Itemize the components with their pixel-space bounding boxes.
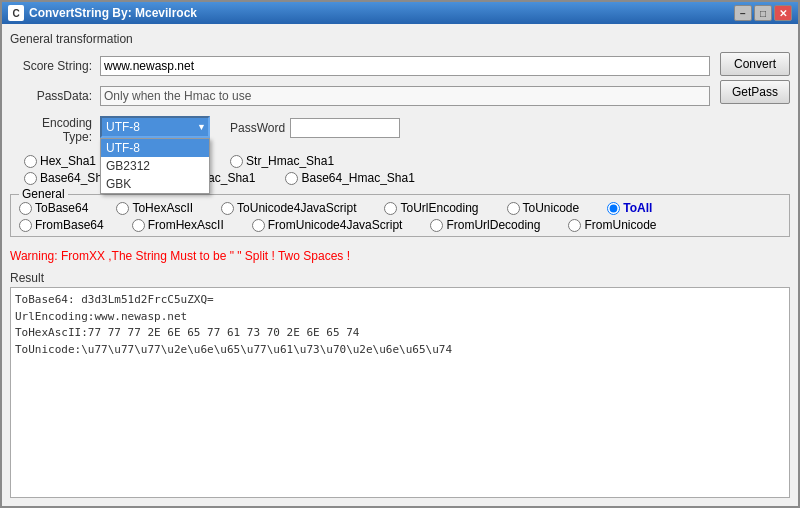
fromunicode-radio[interactable] bbox=[568, 219, 581, 232]
tohexascii-label: ToHexAscII bbox=[132, 201, 193, 215]
tobase64-label: ToBase64 bbox=[35, 201, 88, 215]
title-bar: C ConvertString By: Mcevilrock − □ ✕ bbox=[2, 2, 798, 24]
base64-sha1-radio[interactable] bbox=[24, 172, 37, 185]
radio-fromunicode4js: FromUnicode4JavaScript bbox=[252, 218, 403, 232]
radio-fromhexascii: FromHexAscII bbox=[132, 218, 224, 232]
radio-tourlencode: ToUrlEncoding bbox=[384, 201, 478, 215]
str-hmac-sha1-radio[interactable] bbox=[230, 155, 243, 168]
general-transformation-label: General transformation bbox=[10, 32, 790, 46]
tounicode-radio[interactable] bbox=[507, 202, 520, 215]
pass-data-row: PassData: bbox=[10, 86, 790, 106]
encoding-dropdown-menu: UTF-8 GB2312 GBK bbox=[100, 138, 210, 194]
radio-tounicode4js: ToUnicode4JavaScript bbox=[221, 201, 356, 215]
tobase64-radio[interactable] bbox=[19, 202, 32, 215]
warning-text: Warning: FromXX ,The String Must to be "… bbox=[10, 247, 790, 265]
encoding-selected-value: UTF-8 bbox=[106, 120, 140, 134]
tohexascii-radio[interactable] bbox=[116, 202, 129, 215]
result-section: Result ToBase64: d3d3Lm51d2FrcC5uZXQ= Ur… bbox=[10, 271, 790, 498]
radio-frombase64: FromBase64 bbox=[19, 218, 104, 232]
result-content: ToBase64: d3d3Lm51d2FrcC5uZXQ= UrlEncodi… bbox=[15, 292, 785, 475]
frombase64-radio[interactable] bbox=[19, 219, 32, 232]
radio-tounicode: ToUnicode bbox=[507, 201, 580, 215]
title-buttons: − □ ✕ bbox=[734, 5, 792, 21]
getpass-button[interactable]: GetPass bbox=[720, 80, 790, 104]
minimize-button[interactable]: − bbox=[734, 5, 752, 21]
fromurldecoding-radio[interactable] bbox=[430, 219, 443, 232]
radio-toall: ToAll bbox=[607, 201, 652, 215]
app-icon: C bbox=[8, 5, 24, 21]
tounicode4js-label: ToUnicode4JavaScript bbox=[237, 201, 356, 215]
str-hmac-sha1-label: Str_Hmac_Sha1 bbox=[246, 154, 334, 168]
password-label: PassWord bbox=[230, 121, 285, 135]
window-body: General transformation Score String: Pas… bbox=[2, 24, 798, 506]
encoding-type-label: Encoding Type: bbox=[10, 116, 100, 144]
fromunicode-label: FromUnicode bbox=[584, 218, 656, 232]
tourlencode-label: ToUrlEncoding bbox=[400, 201, 478, 215]
fromhexascii-label: FromHexAscII bbox=[148, 218, 224, 232]
dropdown-arrow-icon: ▼ bbox=[197, 122, 206, 132]
result-box: ToBase64: d3d3Lm51d2FrcC5uZXQ= UrlEncodi… bbox=[10, 287, 790, 498]
convert-button[interactable]: Convert bbox=[720, 52, 790, 76]
base64-hmac-sha1-label: Base64_Hmac_Sha1 bbox=[301, 171, 414, 185]
fromunicode4js-radio[interactable] bbox=[252, 219, 265, 232]
toall-radio[interactable] bbox=[607, 202, 620, 215]
frombase64-label: FromBase64 bbox=[35, 218, 104, 232]
radio-tobase64: ToBase64 bbox=[19, 201, 88, 215]
general-row-1: ToBase64 ToHexAscII ToUnicode4JavaScript… bbox=[19, 201, 781, 215]
score-string-input[interactable] bbox=[100, 56, 710, 76]
window-title: ConvertString By: Mcevilrock bbox=[29, 6, 197, 20]
radio-str-hmac-sha1: Str_Hmac_Sha1 bbox=[230, 154, 334, 168]
result-label: Result bbox=[10, 271, 790, 285]
general-row-2: FromBase64 FromHexAscII FromUnicode4Java… bbox=[19, 218, 781, 232]
score-string-label: Score String: bbox=[10, 59, 100, 73]
fromhexascii-radio[interactable] bbox=[132, 219, 145, 232]
hex-sha1-label: Hex_Sha1 bbox=[40, 154, 96, 168]
radio-base64-hmac-sha1: Base64_Hmac_Sha1 bbox=[285, 171, 414, 185]
hex-sha1-radio[interactable] bbox=[24, 155, 37, 168]
tounicode4js-radio[interactable] bbox=[221, 202, 234, 215]
tourlencode-radio[interactable] bbox=[384, 202, 397, 215]
fromurldecoding-label: FromUrlDecoding bbox=[446, 218, 540, 232]
general-group-box: General ToBase64 ToHexAscII ToUnicode4Ja… bbox=[10, 194, 790, 237]
encoding-type-dropdown[interactable]: UTF-8 ▼ UTF-8 GB2312 GBK bbox=[100, 116, 210, 138]
encoding-option-gbk[interactable]: GBK bbox=[101, 175, 209, 193]
fromunicode4js-label: FromUnicode4JavaScript bbox=[268, 218, 403, 232]
main-window: C ConvertString By: Mcevilrock − □ ✕ Gen… bbox=[0, 0, 800, 508]
title-bar-left: C ConvertString By: Mcevilrock bbox=[8, 5, 197, 21]
radio-hex-sha1: Hex_Sha1 bbox=[24, 154, 96, 168]
score-string-row: Score String: bbox=[10, 56, 790, 76]
radio-fromunicode: FromUnicode bbox=[568, 218, 656, 232]
toall-label: ToAll bbox=[623, 201, 652, 215]
base64-hmac-sha1-radio[interactable] bbox=[285, 172, 298, 185]
tounicode-label: ToUnicode bbox=[523, 201, 580, 215]
pass-data-input[interactable] bbox=[100, 86, 710, 106]
pass-data-label: PassData: bbox=[10, 89, 100, 103]
button-panel: Convert GetPass bbox=[720, 52, 790, 104]
radio-tohexascii: ToHexAscII bbox=[116, 201, 193, 215]
general-group-label: General bbox=[19, 187, 68, 201]
encoding-option-utf8[interactable]: UTF-8 bbox=[101, 139, 209, 157]
maximize-button[interactable]: □ bbox=[754, 5, 772, 21]
close-button[interactable]: ✕ bbox=[774, 5, 792, 21]
radio-fromurldecoding: FromUrlDecoding bbox=[430, 218, 540, 232]
encoding-option-gb2312[interactable]: GB2312 bbox=[101, 157, 209, 175]
password-input[interactable] bbox=[290, 118, 400, 138]
